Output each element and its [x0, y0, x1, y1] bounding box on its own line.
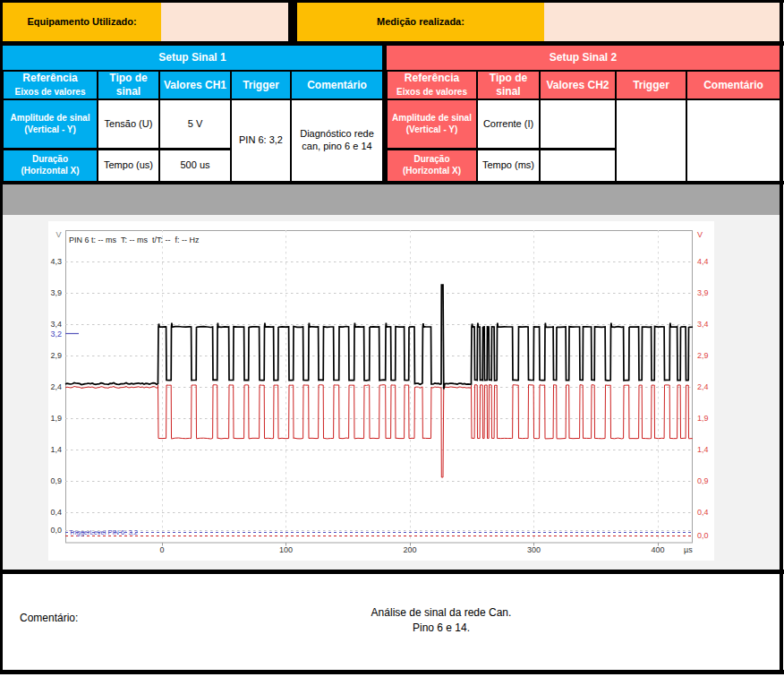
svg-text:200: 200 [403, 545, 416, 554]
svg-text:2,9: 2,9 [50, 351, 62, 360]
svg-text:3,9: 3,9 [50, 288, 62, 297]
svg-text:4,4: 4,4 [697, 257, 709, 266]
svg-text:0,4: 0,4 [50, 508, 62, 517]
svg-text:1,9: 1,9 [50, 414, 62, 423]
svg-text:0: 0 [159, 545, 164, 554]
svg-text:2,4: 2,4 [50, 382, 62, 391]
svg-text:1,4: 1,4 [50, 445, 62, 454]
svg-text:3,2: 3,2 [50, 330, 62, 338]
svg-text:PIN 6 t: -- ms T: -- ms t/T:: PIN 6 t: -- ms T: -- ms t/T: -- f: -- Hz [69, 236, 200, 244]
svg-text:µs: µs [684, 545, 693, 554]
svg-text:TriggerLevel PIN 6: 3,2: TriggerLevel PIN 6: 3,2 [69, 528, 138, 536]
svg-text:4,3: 4,3 [50, 257, 62, 266]
svg-text:100: 100 [279, 545, 293, 554]
svg-text:0,0: 0,0 [50, 526, 62, 535]
svg-text:0,4: 0,4 [697, 508, 709, 517]
svg-text:3,4: 3,4 [50, 320, 62, 329]
svg-text:3,9: 3,9 [697, 288, 709, 297]
svg-text:0,0: 0,0 [697, 531, 709, 540]
svg-text:400: 400 [651, 545, 664, 554]
svg-text:0,9: 0,9 [697, 476, 709, 485]
svg-text:2,4: 2,4 [697, 382, 709, 391]
svg-text:V: V [697, 230, 703, 239]
svg-text:2,9: 2,9 [697, 351, 709, 360]
svg-text:1,4: 1,4 [697, 445, 709, 454]
svg-text:1,9: 1,9 [697, 414, 709, 423]
svg-text:3,4: 3,4 [697, 320, 709, 329]
svg-text:300: 300 [527, 545, 541, 554]
svg-text:0,9: 0,9 [50, 476, 62, 485]
svg-text:V: V [55, 230, 61, 239]
